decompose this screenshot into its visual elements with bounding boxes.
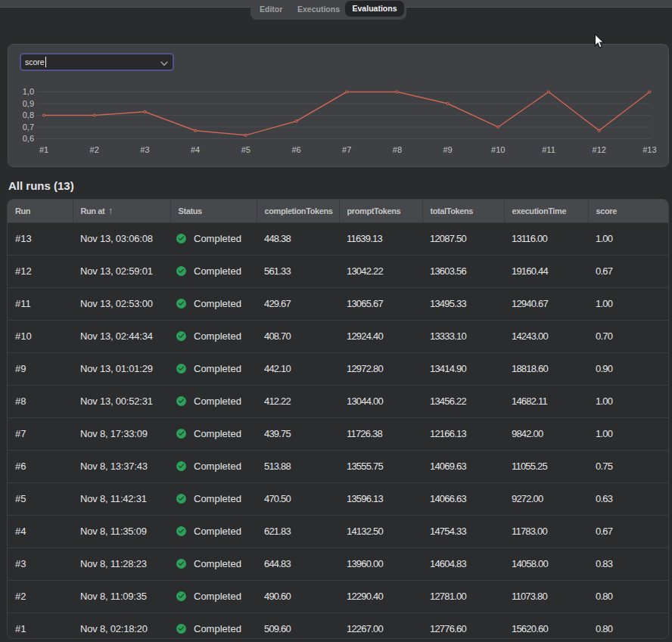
- svg-text:0,9: 0,9: [23, 99, 34, 108]
- svg-text:#4: #4: [191, 145, 200, 154]
- svg-text:#12: #12: [593, 145, 606, 154]
- svg-text:0,7: 0,7: [23, 123, 34, 132]
- svg-text:#3: #3: [140, 145, 149, 154]
- svg-text:#5: #5: [241, 145, 250, 154]
- svg-text:#9: #9: [443, 145, 452, 154]
- svg-text:#2: #2: [90, 145, 99, 154]
- svg-text:#1: #1: [39, 145, 48, 154]
- svg-text:#6: #6: [291, 145, 300, 154]
- svg-text:#10: #10: [491, 145, 505, 154]
- svg-text:#13: #13: [642, 145, 656, 154]
- svg-text:#7: #7: [342, 145, 351, 154]
- svg-text:#11: #11: [542, 145, 555, 154]
- svg-text:0,8: 0,8: [23, 110, 34, 119]
- svg-text:0,6: 0,6: [23, 134, 34, 143]
- svg-text:#8: #8: [393, 145, 402, 154]
- svg-text:1,0: 1,0: [23, 87, 34, 96]
